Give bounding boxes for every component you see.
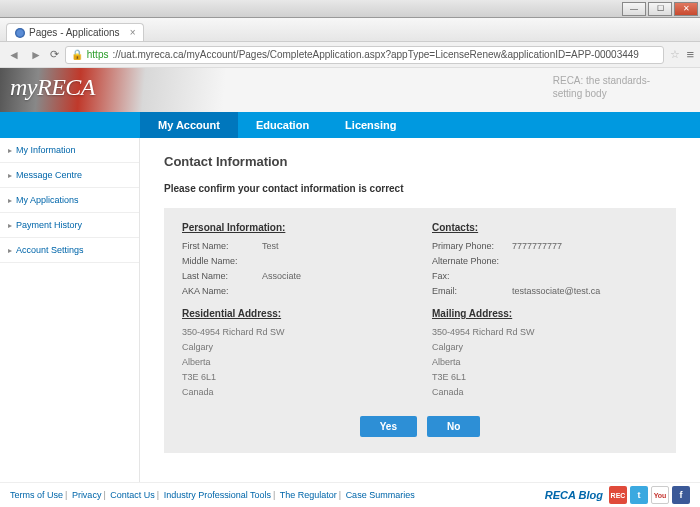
tagline: RECA: the standards- setting body: [553, 74, 650, 100]
url-text: ://uat.myreca.ca/myAccount/Pages/Complet…: [112, 49, 638, 60]
rec-icon[interactable]: REC: [609, 486, 627, 504]
reload-button[interactable]: ⟳: [50, 48, 59, 61]
chevron-right-icon: ▸: [8, 196, 12, 205]
chevron-right-icon: ▸: [8, 146, 12, 155]
yes-button[interactable]: Yes: [360, 416, 417, 437]
sidebar-item-message-centre[interactable]: ▸Message Centre: [0, 163, 139, 188]
url-scheme: https: [87, 49, 109, 60]
nav-education[interactable]: Education: [238, 112, 327, 138]
chevron-right-icon: ▸: [8, 246, 12, 255]
footer: Terms of Use| Privacy| Contact Us| Indus…: [0, 482, 700, 507]
sidebar-item-account-settings[interactable]: ▸Account Settings: [0, 238, 139, 263]
aka-name-label: AKA Name:: [182, 286, 262, 296]
separator: |: [65, 490, 67, 500]
residential-line: Calgary: [182, 342, 408, 352]
residential-line: Alberta: [182, 357, 408, 367]
mailing-line: Calgary: [432, 342, 658, 352]
residential-line: 350-4954 Richard Rd SW: [182, 327, 408, 337]
close-window-button[interactable]: ✕: [674, 2, 698, 16]
browser-tab[interactable]: Pages - Applications ×: [6, 23, 144, 41]
page-header: myRECA RECA: the standards- setting body: [0, 68, 700, 112]
middle-name-label: Middle Name:: [182, 256, 262, 266]
facebook-icon[interactable]: f: [672, 486, 690, 504]
sidebar-item-my-information[interactable]: ▸My Information: [0, 138, 139, 163]
fax-label: Fax:: [432, 271, 512, 281]
sidebar-item-label: My Information: [16, 145, 76, 155]
first-name-label: First Name:: [182, 241, 262, 251]
mailing-line: 350-4954 Richard Rd SW: [432, 327, 658, 337]
alternate-phone-label: Alternate Phone:: [432, 256, 512, 266]
first-name-value: Test: [262, 241, 279, 251]
separator: |: [103, 490, 105, 500]
sidebar-item-label: Account Settings: [16, 245, 84, 255]
footer-social: RECA Blog REC t You f: [545, 486, 690, 504]
info-panel: Personal Information: First Name:Test Mi…: [164, 208, 676, 453]
section-title: Contact Information: [164, 154, 676, 169]
browser-menu-icon[interactable]: ≡: [686, 47, 694, 62]
tab-title: Pages - Applications: [29, 27, 120, 38]
separator: |: [157, 490, 159, 500]
separator: |: [339, 490, 341, 500]
footer-link-regulator[interactable]: The Regulator: [280, 490, 337, 500]
forward-button[interactable]: ►: [28, 48, 44, 62]
tagline-line2: setting body: [553, 87, 650, 100]
last-name-value: Associate: [262, 271, 301, 281]
mailing-line: Canada: [432, 387, 658, 397]
instruction-text: Please confirm your contact information …: [164, 183, 676, 194]
maximize-button[interactable]: ☐: [648, 2, 672, 16]
personal-column: Personal Information: First Name:Test Mi…: [182, 222, 408, 402]
youtube-icon[interactable]: You: [651, 486, 669, 504]
tagline-line1: RECA: the standards-: [553, 74, 650, 87]
blog-link[interactable]: RECA Blog: [545, 489, 603, 501]
chevron-right-icon: ▸: [8, 171, 12, 180]
main-panel: Contact Information Please confirm your …: [140, 138, 700, 482]
residential-line: T3E 6L1: [182, 372, 408, 382]
minimize-button[interactable]: —: [622, 2, 646, 16]
sidebar-item-payment-history[interactable]: ▸Payment History: [0, 213, 139, 238]
email-value: testassociate@test.ca: [512, 286, 600, 296]
chevron-right-icon: ▸: [8, 221, 12, 230]
footer-links: Terms of Use| Privacy| Contact Us| Indus…: [10, 490, 415, 500]
primary-phone-label: Primary Phone:: [432, 241, 512, 251]
lock-icon: 🔒: [71, 49, 83, 60]
footer-link-contact[interactable]: Contact Us: [110, 490, 155, 500]
nav-licensing[interactable]: Licensing: [327, 112, 414, 138]
personal-heading: Personal Information:: [182, 222, 408, 233]
sidebar: ▸My Information ▸Message Centre ▸My Appl…: [0, 138, 140, 482]
last-name-label: Last Name:: [182, 271, 262, 281]
browser-toolbar: ◄ ► ⟳ 🔒 https ://uat.myreca.ca/myAccount…: [0, 42, 700, 68]
sidebar-item-label: My Applications: [16, 195, 79, 205]
bookmark-star-icon[interactable]: ☆: [670, 48, 680, 61]
window-titlebar: — ☐ ✕: [0, 0, 700, 18]
primary-phone-value: 7777777777: [512, 241, 562, 251]
sidebar-item-my-applications[interactable]: ▸My Applications: [0, 188, 139, 213]
footer-link-cases[interactable]: Case Summaries: [346, 490, 415, 500]
twitter-icon[interactable]: t: [630, 486, 648, 504]
sidebar-item-label: Payment History: [16, 220, 82, 230]
back-button[interactable]: ◄: [6, 48, 22, 62]
mailing-line: T3E 6L1: [432, 372, 658, 382]
tab-close-icon[interactable]: ×: [130, 27, 136, 38]
mailing-heading: Mailing Address:: [432, 308, 658, 319]
residential-line: Canada: [182, 387, 408, 397]
contacts-column: Contacts: Primary Phone:7777777777 Alter…: [432, 222, 658, 402]
footer-link-privacy[interactable]: Privacy: [72, 490, 102, 500]
footer-link-tools[interactable]: Industry Professional Tools: [164, 490, 271, 500]
logo: myRECA: [10, 74, 95, 101]
sidebar-item-label: Message Centre: [16, 170, 82, 180]
email-label: Email:: [432, 286, 512, 296]
browser-tab-strip: Pages - Applications ×: [0, 18, 700, 42]
main-nav: My Account Education Licensing: [0, 112, 700, 138]
footer-link-terms[interactable]: Terms of Use: [10, 490, 63, 500]
separator: |: [273, 490, 275, 500]
button-row: Yes No: [182, 416, 658, 437]
residential-heading: Residential Address:: [182, 308, 408, 319]
no-button[interactable]: No: [427, 416, 480, 437]
nav-my-account[interactable]: My Account: [140, 112, 238, 138]
contacts-heading: Contacts:: [432, 222, 658, 233]
address-bar[interactable]: 🔒 https ://uat.myreca.ca/myAccount/Pages…: [65, 46, 665, 64]
mailing-line: Alberta: [432, 357, 658, 367]
content-area: ▸My Information ▸Message Centre ▸My Appl…: [0, 138, 700, 482]
favicon-icon: [15, 28, 25, 38]
